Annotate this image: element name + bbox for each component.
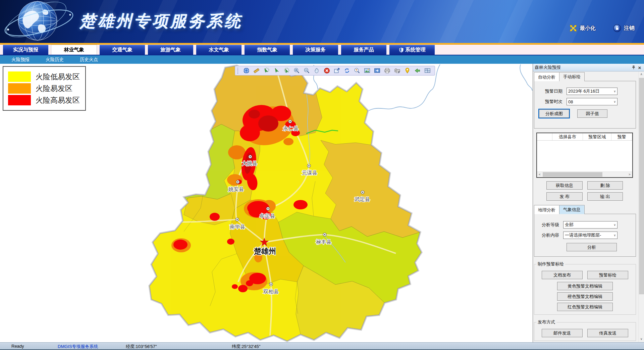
warning-plot-button[interactable]: 预警标绘 <box>587 271 628 279</box>
county-label: 双柏县 <box>263 289 279 294</box>
status-ready: Ready <box>11 344 24 349</box>
publish-group: 发布方式 邮件发送 传真发送 <box>534 319 636 341</box>
list-column-header[interactable]: 预警 <box>611 133 632 140</box>
hscroll-thumb[interactable] <box>543 172 602 177</box>
tab-geo-analysis[interactable]: 地理分析 <box>534 205 559 214</box>
warning-list-body[interactable] <box>537 141 632 171</box>
county-label: 禄丰县 <box>316 239 332 245</box>
nav-tab-label: 实况与预报 <box>13 47 38 53</box>
email-send-button[interactable]: 邮件发送 <box>542 329 583 337</box>
nav-tab-林业气象[interactable]: 林业气象 <box>51 45 97 55</box>
circle-select-icon[interactable] <box>281 66 291 75</box>
list-column-header[interactable]: 预警区域 <box>583 133 611 140</box>
analysis-content-label: 分析内容 <box>542 232 563 238</box>
lock-icon <box>613 24 621 32</box>
ruler-icon[interactable] <box>251 66 261 75</box>
doc-publish-button[interactable]: 文档发布 <box>542 271 583 279</box>
stop-icon[interactable] <box>322 66 332 75</box>
town-marker-dot <box>270 284 272 285</box>
subnav-item-火险历史[interactable]: 火险历史 <box>38 55 72 64</box>
print-icon[interactable] <box>382 66 392 75</box>
yellow-doc-button[interactable]: 黄色预警文档编辑 <box>557 282 613 290</box>
app-window: 楚雄州专项服务系统 最小化 <box>0 0 644 350</box>
nav-tab-系统管理[interactable]: 系统管理 <box>389 45 435 55</box>
toolbar-grip[interactable] <box>237 68 239 74</box>
sub-nav: 火险预报火险历史历史火点 <box>0 55 644 64</box>
refresh-icon[interactable] <box>342 66 352 75</box>
panel-scrollbar[interactable]: ∧ ∨ <box>638 71 644 342</box>
analysis-content-select[interactable]: 一请选择地理图层- ∨ <box>563 232 618 239</box>
panel-titlebar: 森林火险预报 × <box>533 64 644 71</box>
analysis-level-select[interactable]: 全部 ∨ <box>563 221 618 229</box>
tab-weather-info[interactable]: 气象信息 <box>559 205 585 214</box>
warning-time-value: 08 <box>568 99 613 104</box>
status-system-link[interactable]: DMGIS专项服务系统 <box>58 344 98 350</box>
town-marker-dot <box>267 208 269 209</box>
lasso-select-icon[interactable] <box>261 66 271 75</box>
list-column-header[interactable] <box>537 133 552 140</box>
zoom-in-icon[interactable] <box>291 66 302 75</box>
county-label: 元谋县 <box>302 170 318 176</box>
fax-send-button[interactable]: 传真发送 <box>587 329 628 337</box>
town-marker-dot <box>250 156 251 157</box>
delete-button[interactable]: 删 除 <box>587 181 623 190</box>
nav-tab-服务产品[interactable]: 服务产品 <box>341 45 387 55</box>
list-hscrollbar[interactable]: < > <box>537 171 632 177</box>
scroll-thumb[interactable] <box>639 78 644 294</box>
analyze-button[interactable]: 分析 <box>567 243 617 251</box>
nav-tab-交通气象[interactable]: 交通气象 <box>99 45 145 55</box>
logout-label: 注销 <box>624 25 635 32</box>
scroll-left-icon[interactable]: < <box>537 172 542 177</box>
map-toolbar: ? <box>235 66 435 76</box>
subnav-item-火险预报[interactable]: 火险预报 <box>3 55 38 64</box>
app-title: 楚雄州专项服务系统 <box>80 11 243 32</box>
pan-hand-icon[interactable] <box>312 66 322 75</box>
arrow-select-icon[interactable] <box>271 66 281 75</box>
close-icon[interactable]: × <box>637 64 643 70</box>
minimize-button[interactable]: 最小化 <box>570 24 596 32</box>
nav-tab-水文气象[interactable]: 水文气象 <box>196 45 242 55</box>
snapshot-icon[interactable] <box>372 66 382 75</box>
export-button[interactable]: 输 出 <box>587 192 623 201</box>
legend-label: 火险高易发区 <box>36 95 80 105</box>
shield-icon <box>399 47 404 53</box>
logout-button[interactable]: 注销 <box>613 24 635 32</box>
get-info-button[interactable]: 获取信息 <box>546 181 583 190</box>
zoom-out-icon[interactable] <box>302 66 312 75</box>
map-layout-icon[interactable] <box>422 66 432 75</box>
scroll-up-icon[interactable]: ∧ <box>639 71 644 77</box>
warning-time-select[interactable]: 08 ∨ <box>567 98 618 105</box>
globe-icon[interactable] <box>241 66 251 75</box>
map-canvas[interactable]: 永仁县大姚县元谋县姚安县武定县牟定县南华县禄丰县双柏县 楚雄州 火险低易发区火险… <box>0 64 533 342</box>
tab-manual-plot[interactable]: 手动标绘 <box>559 72 585 81</box>
red-doc-button[interactable]: 红色预警文档编辑 <box>557 303 613 311</box>
plot-print-icon[interactable] <box>392 66 402 75</box>
nav-tab-旅游气象[interactable]: 旅游气象 <box>148 45 194 55</box>
image-icon[interactable] <box>362 66 372 75</box>
chevron-down-icon: ∨ <box>613 90 616 93</box>
nav-tab-指数气象[interactable]: 指数气象 <box>244 45 290 55</box>
nav-tab-决策服务[interactable]: 决策服务 <box>292 45 338 55</box>
list-column-header[interactable]: 选择县市 <box>552 133 583 140</box>
chevron-down-icon: ∨ <box>613 234 616 237</box>
subnav-item-历史火点[interactable]: 历史火点 <box>72 55 106 64</box>
warning-date-value: 2023年 6月16日 <box>568 88 613 94</box>
full-extent-icon[interactable] <box>332 66 342 75</box>
nav-tab-实况与预报[interactable]: 实况与预报 <box>3 45 49 55</box>
scroll-down-icon[interactable]: ∨ <box>639 336 644 342</box>
warning-list[interactable]: 选择县市预警区域预警 < > <box>536 133 633 178</box>
warning-date-select[interactable]: 2023年 6月16日 ∨ <box>567 88 618 95</box>
scroll-right-icon[interactable]: > <box>627 172 632 177</box>
identify-icon[interactable]: ? <box>352 66 362 75</box>
back-icon[interactable] <box>412 66 422 75</box>
legend-item: 火险低易发区 <box>8 71 80 82</box>
orange-doc-button[interactable]: 橙色预警文档编辑 <box>557 292 613 301</box>
tab-auto-analysis[interactable]: 自动分析 <box>534 72 559 81</box>
pin-icon[interactable] <box>631 64 637 70</box>
analyze-map-button[interactable]: 分析成图 <box>539 109 569 118</box>
status-bar: Ready DMGIS专项服务系统 经度:103°56'57" 纬度:25°32… <box>0 342 644 350</box>
publish-button[interactable]: 发 布 <box>546 192 583 201</box>
town-marker-dot <box>237 181 238 183</box>
placemark-icon[interactable] <box>402 66 412 75</box>
factor-value-button[interactable]: 因子值 <box>577 109 607 118</box>
